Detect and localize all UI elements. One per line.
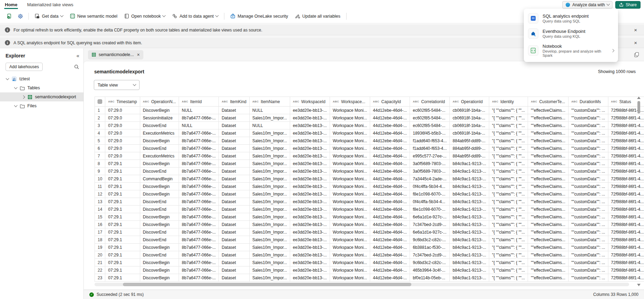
column-header-label: Status: [619, 99, 631, 104]
add-to-data-agent-button[interactable]: Add to data agent: [169, 11, 221, 21]
chevron-down-icon[interactable]: [6, 79, 9, 80]
grid-cell: 07:29.1: [105, 228, 140, 236]
tree-item-semanticmodelexport[interactable]: semanticmodelexport: [0, 92, 83, 101]
menu-item-notebook[interactable]: Notebook Develop, prepare and analyze wi…: [524, 41, 618, 60]
grid-cell: ""effectiveClaims...: [528, 145, 569, 152]
table-row: 107:29.0DiscoverBeginNULLDatasetNULLee3d…: [95, 107, 644, 114]
row-number: 23: [95, 274, 105, 282]
toolbar-separator: [346, 13, 347, 20]
copy-icon[interactable]: [634, 52, 639, 57]
column-header[interactable]: ABCItemId: [179, 97, 219, 107]
column-header-label: ItemKind: [230, 99, 246, 104]
get-data-button[interactable]: Get data: [32, 11, 66, 21]
vertical-scrollbar[interactable]: [636, 97, 641, 286]
onelake-security-icon: [230, 13, 235, 19]
open-notebook-button[interactable]: Open notebook: [121, 11, 169, 21]
table-row: 607:29.0DiscoverEnd8b7a6477-066e-...Data…: [95, 145, 644, 152]
menu-item-title: Notebook: [543, 44, 607, 49]
chevron-down-icon[interactable]: [14, 88, 17, 89]
grid-cell: ee3dd20e-bb13-...: [290, 137, 330, 145]
close-tab-icon[interactable]: ×: [137, 52, 140, 57]
grid-cell: Dataset: [219, 190, 250, 198]
table-row: 2107:29.1DiscoverBegin8b7a6477-066e-...D…: [95, 259, 644, 266]
menu-item-sql-analytics-endpoint[interactable]: SQL analytics endpoint Query data using …: [524, 11, 618, 26]
column-header-label: OperationId: [461, 99, 483, 104]
column-header[interactable]: ABCCustomerTe...: [528, 97, 569, 107]
manage-onelake-security-label: Manage OneLake security: [238, 14, 288, 19]
close-icon[interactable]: ×: [632, 27, 639, 33]
grid-cell: DiscoverBegin: [140, 274, 179, 282]
tab-home-label: Home: [5, 2, 17, 7]
grid-cell: 44d12ebe-46d4-...: [370, 129, 410, 137]
grid-cell: 8b7a6477-066e-...: [179, 167, 219, 175]
tree-item-files[interactable]: Files: [0, 101, 83, 110]
column-header[interactable]: ABCCorrelationId: [410, 97, 450, 107]
column-header[interactable]: ABCTimestamp: [105, 97, 140, 107]
manage-onelake-security-button[interactable]: Manage OneLake security: [227, 11, 291, 21]
column-header[interactable]: ABCWorkspace...: [330, 97, 370, 107]
grid-cell: 465b3964-3c4f-...: [410, 266, 450, 274]
column-header[interactable]: ABCOperationId: [450, 97, 489, 107]
tab-home[interactable]: Home: [0, 0, 22, 9]
grid-cell: f1add640-f653-4...: [410, 137, 450, 145]
grid-cell: ""customData"": ...: [568, 160, 608, 167]
table-row: 1307:29.1DiscoverEnd8b7a6477-066e-...Dat…: [95, 198, 644, 206]
data-grid: ABCTimestampABCOperationN...ABCItemIdABC…: [95, 97, 644, 282]
scroll-up-icon[interactable]: [637, 97, 641, 99]
doc-tab-semanticmodelexport[interactable]: semanticmodele... ×: [88, 50, 143, 60]
tab-materialized-lake-views[interactable]: Materialized lake views: [22, 0, 78, 9]
table-row: 707:29.0ExecutionMetrics8b7a6477-066e-..…: [95, 152, 644, 160]
grid-cell: 8b7a6477-066e-...: [179, 259, 219, 266]
grid-cell: ""customData"": ...: [568, 228, 608, 236]
search-icon[interactable]: [74, 64, 79, 70]
grid-cell: ""effectiveClaims...: [528, 236, 569, 244]
grid-cell: b84c9ac1-9213-...: [450, 190, 489, 198]
column-header[interactable]: ABCOperationN...: [140, 97, 179, 107]
grid-cell: ee3dd20e-bb13-...: [290, 251, 330, 259]
column-header[interactable]: ABCItemName: [249, 97, 290, 107]
grid-cell: b84c9ac1-9213-...: [450, 236, 489, 244]
grid-cell: Workspace Moni...: [330, 266, 370, 274]
grid-cell: ""customData"": ...: [568, 129, 608, 137]
grid-cell: Workspace Moni...: [330, 145, 370, 152]
grid-cell: Workspace Moni...: [330, 107, 370, 114]
grid-cell: SessionInitialize: [140, 114, 179, 122]
collapse-panel-icon[interactable]: «: [77, 53, 79, 58]
table-view-select[interactable]: Table view: [94, 80, 140, 90]
grid-cell: ""effectiveClaims...: [528, 122, 569, 129]
add-lakehouses-button[interactable]: Add lakehouses: [6, 63, 43, 71]
grid-cell: Workspace Moni...: [330, 251, 370, 259]
analyze-data-with-menu: SQL analytics endpoint Query data using …: [524, 9, 618, 62]
grid-cell: Sales10m_Impor...: [249, 167, 290, 175]
menu-item-eventhouse-endpoint[interactable]: Eventhouse Endpoint Query data using KQL: [524, 26, 618, 41]
column-header[interactable]: ABCDurationMs: [568, 97, 608, 107]
tree-item-tables[interactable]: Tables: [0, 83, 83, 92]
toolbar-separator: [28, 13, 29, 20]
grid-cell: 07:29.1: [105, 259, 140, 266]
settings-button[interactable]: [15, 11, 26, 21]
column-header[interactable]: ABCIdentity: [489, 97, 528, 107]
vertical-scrollbar-thumb[interactable]: [637, 101, 640, 114]
share-button[interactable]: Share: [615, 1, 641, 9]
table-row: 1907:29.1DiscoverBegin8b7a6477-066e-...D…: [95, 244, 644, 251]
tree-item-tztest[interactable]: tztest: [0, 74, 83, 83]
column-header[interactable]: ABCWorkspaceId: [290, 97, 330, 107]
column-header[interactable]: ABCItemKind: [219, 97, 250, 107]
chevron-down-icon[interactable]: [14, 106, 17, 107]
horizontal-scrollbar-thumb[interactable]: [123, 283, 411, 286]
refresh-item-button[interactable]: [4, 11, 15, 21]
text-type-icon: ABC: [531, 100, 537, 103]
analyze-data-with-button[interactable]: Analyze data with: [562, 1, 612, 9]
chevron-right-icon[interactable]: [21, 96, 25, 98]
close-icon[interactable]: ×: [632, 40, 639, 46]
horizontal-scrollbar[interactable]: [95, 283, 629, 286]
grid-cell: ee3dd20e-bb13-...: [290, 129, 330, 137]
grid-cell: DiscoverBegin: [140, 190, 179, 198]
grid-cell: ""effectiveClaims...: [528, 206, 569, 213]
grid-cell: ""effectiveClaims...: [528, 259, 569, 266]
new-semantic-model-button[interactable]: New semantic model: [67, 11, 120, 21]
column-header[interactable]: ABCCapacityId: [370, 97, 410, 107]
update-all-variables-button[interactable]: Update all variables: [292, 11, 343, 21]
grid-cell: 44d12ebe-46d4-...: [370, 122, 410, 129]
scroll-down-icon[interactable]: [637, 284, 641, 286]
